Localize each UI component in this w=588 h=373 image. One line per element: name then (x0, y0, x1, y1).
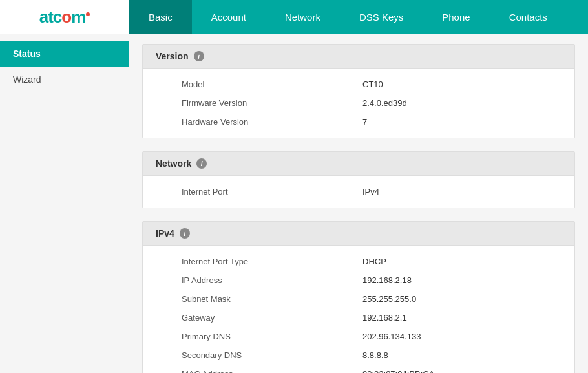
logo: atcom (0, 0, 129, 34)
table-row: Internet Port IPv4 (143, 182, 574, 201)
top-nav: atcom Basic Account Network DSS Keys Pho… (0, 0, 588, 34)
main-layout: Status Wizard Version i Model CT10 Firmw… (0, 34, 588, 373)
nav-item-contacts[interactable]: Contacts (490, 0, 567, 34)
nav-item-basic[interactable]: Basic (129, 0, 192, 34)
network-section-header: Network i (143, 152, 574, 176)
nav-item-network[interactable]: Network (266, 0, 340, 34)
nav-items: Basic Account Network DSS Keys Phone Con… (129, 0, 588, 34)
logo-text: atcom (39, 7, 90, 27)
gateway-value: 192.168.2.1 (362, 313, 407, 323)
version-section-header: Version i (143, 45, 574, 69)
version-section: Version i Model CT10 Firmware Version 2.… (142, 44, 575, 138)
subnet-label: Subnet Mask (182, 294, 362, 304)
table-row: Subnet Mask 255.255.255.0 (143, 290, 574, 308)
nav-item-dss-keys[interactable]: DSS Keys (340, 0, 423, 34)
table-row: Internet Port Type DHCP (143, 252, 574, 271)
table-row: Model CT10 (143, 75, 574, 94)
sidebar-item-status[interactable]: Status (0, 41, 129, 67)
table-row: Primary DNS 202.96.134.133 (143, 327, 574, 346)
model-label: Model (182, 80, 362, 89)
hardware-label: Hardware Version (182, 117, 362, 127)
nav-item-phone[interactable]: Phone (423, 0, 489, 34)
secondary-dns-label: Secondary DNS (182, 350, 362, 360)
sidebar-item-wizard[interactable]: Wizard (0, 67, 129, 92)
mac-address-value: 80:82:87:04:BB:CA (362, 369, 434, 373)
model-value: CT10 (362, 80, 383, 89)
ipv4-title: IPv4 (156, 228, 174, 239)
firmware-label: Firmware Version (182, 98, 362, 108)
sidebar: Status Wizard (0, 34, 129, 373)
network-section-body: Internet Port IPv4 (143, 176, 574, 208)
network-title: Network (156, 158, 191, 169)
table-row: Hardware Version 7 (143, 112, 574, 131)
ipv4-section-body: Internet Port Type DHCP IP Address 192.1… (143, 246, 574, 373)
ip-address-value: 192.168.2.18 (362, 275, 412, 285)
version-section-body: Model CT10 Firmware Version 2.4.0.ed39d … (143, 69, 574, 138)
hardware-value: 7 (362, 117, 367, 127)
subnet-value: 255.255.255.0 (362, 294, 416, 304)
content-area: Version i Model CT10 Firmware Version 2.… (129, 34, 588, 373)
primary-dns-label: Primary DNS (182, 332, 362, 341)
table-row: IP Address 192.168.2.18 (143, 271, 574, 290)
network-section: Network i Internet Port IPv4 (142, 151, 575, 208)
mac-address-label: MAC Address (182, 369, 362, 373)
table-row: MAC Address 80:82:87:04:BB:CA (143, 365, 574, 373)
version-title: Version (156, 51, 189, 61)
ip-address-label: IP Address (182, 275, 362, 285)
ipv4-section-header: IPv4 i (143, 222, 574, 246)
ipv4-section: IPv4 i Internet Port Type DHCP IP Addres… (142, 221, 575, 373)
network-info-icon[interactable]: i (196, 158, 207, 169)
table-row: Secondary DNS 8.8.8.8 (143, 346, 574, 365)
version-info-icon[interactable]: i (194, 51, 204, 61)
port-type-value: DHCP (362, 257, 386, 266)
primary-dns-value: 202.96.134.133 (362, 332, 421, 341)
ipv4-info-icon[interactable]: i (180, 228, 190, 239)
firmware-value: 2.4.0.ed39d (362, 98, 407, 108)
gateway-label: Gateway (182, 313, 362, 323)
table-row: Firmware Version 2.4.0.ed39d (143, 94, 574, 112)
internet-port-label: Internet Port (182, 187, 362, 197)
internet-port-value: IPv4 (362, 187, 379, 197)
table-row: Gateway 192.168.2.1 (143, 308, 574, 327)
port-type-label: Internet Port Type (182, 257, 362, 266)
secondary-dns-value: 8.8.8.8 (362, 350, 388, 360)
nav-item-account[interactable]: Account (192, 0, 266, 34)
